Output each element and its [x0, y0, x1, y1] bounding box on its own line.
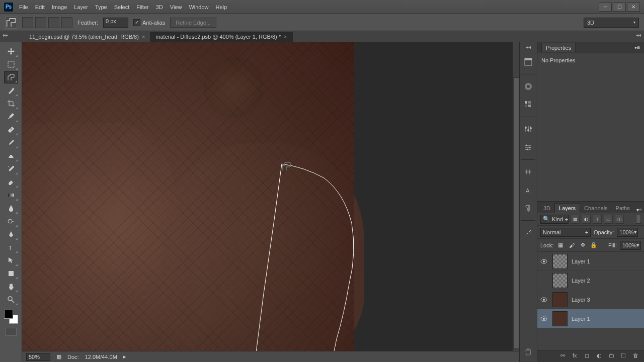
fill-field[interactable]: 100%▾	[620, 241, 641, 250]
filter-kind-select[interactable]: 🔍 Kind ÷	[540, 215, 569, 224]
panel-menu-icon[interactable]: ▾≡	[636, 207, 642, 213]
document-tab-1[interactable]: 11_begin.psd @ 73.5% (alien_head, RGB/8)…	[24, 32, 150, 42]
zoom-tool[interactable]	[4, 294, 18, 306]
visibility-toggle[interactable]	[539, 314, 548, 323]
layer-name[interactable]: Layer 2	[572, 278, 642, 284]
filter-shape-icon[interactable]: ▭	[604, 215, 613, 224]
menu-select[interactable]: Select	[114, 4, 130, 10]
lock-position-icon[interactable]: ✥	[579, 241, 587, 249]
eyedropper-tool[interactable]	[4, 111, 18, 123]
refine-edge-button[interactable]: Refine Edge...	[170, 18, 216, 28]
quick-mask-toggle[interactable]	[6, 328, 17, 336]
selection-new-button[interactable]	[22, 17, 33, 28]
minimize-button[interactable]: ─	[599, 3, 612, 12]
layer-row[interactable]: Layer 3	[537, 290, 644, 309]
menu-view[interactable]: View	[170, 4, 182, 10]
group-icon[interactable]: 🗀	[609, 352, 617, 360]
vertical-scrollbar[interactable]	[512, 42, 519, 351]
filter-pixel-icon[interactable]: ▦	[571, 215, 580, 224]
properties-tab[interactable]: Properties	[541, 43, 576, 52]
delete-layer-icon[interactable]: 🗑	[633, 352, 641, 360]
zoom-field[interactable]: 50%	[26, 353, 50, 361]
swatches-panel-icon[interactable]	[522, 99, 534, 111]
blur-tool[interactable]	[4, 202, 18, 214]
menu-filter[interactable]: Filter	[136, 4, 148, 10]
expand-right-icon[interactable]: ◂◂	[636, 32, 641, 38]
layer-name[interactable]: Layer 1	[572, 316, 642, 322]
panel-menu-icon[interactable]: ▾≡	[634, 45, 640, 50]
color-panel-icon[interactable]	[522, 80, 534, 93]
layer-name[interactable]: Layer 1	[572, 258, 642, 264]
character-panel-icon[interactable]: A	[522, 184, 534, 196]
tab-paths[interactable]: Paths	[612, 204, 634, 213]
expand-left-icon[interactable]: ▸▸	[3, 32, 8, 38]
clone-stamp-tool[interactable]	[4, 150, 18, 162]
link-layers-icon[interactable]: ⚯	[560, 352, 569, 360]
menu-layer[interactable]: Layer	[74, 4, 88, 10]
selection-intersect-button[interactable]	[61, 17, 72, 28]
dodge-tool[interactable]	[4, 215, 18, 227]
menu-help[interactable]: Help	[216, 4, 227, 10]
menu-edit[interactable]: Edit	[35, 4, 45, 10]
layer-name[interactable]: Layer 3	[572, 297, 642, 303]
layer-thumbnail[interactable]	[552, 254, 568, 269]
adjustment-layer-icon[interactable]: ◐	[597, 352, 605, 360]
shape-tool[interactable]	[4, 267, 18, 280]
move-tool[interactable]	[4, 45, 18, 57]
dock-panel-icon[interactable]	[522, 56, 534, 68]
tools-preset-icon[interactable]	[522, 227, 534, 239]
color-swatch[interactable]	[4, 310, 18, 324]
marquee-tool[interactable]	[4, 58, 18, 70]
layer-thumbnail[interactable]	[552, 273, 568, 288]
path-select-tool[interactable]	[4, 254, 18, 266]
feather-input[interactable]: 0 px	[103, 18, 128, 28]
magic-wand-tool[interactable]	[4, 84, 18, 97]
paragraph-panel-icon[interactable]	[522, 202, 534, 214]
visibility-toggle[interactable]	[539, 276, 548, 285]
filter-adjust-icon[interactable]: ◐	[582, 215, 591, 224]
brush-tool[interactable]	[4, 137, 18, 149]
hand-tool[interactable]	[4, 281, 18, 293]
antialias-checkbox[interactable]: ✓ Anti-alias	[133, 19, 165, 26]
tab-channels[interactable]: Channels	[580, 204, 611, 213]
layer-row[interactable]: Layer 2	[537, 271, 644, 290]
close-icon[interactable]: ×	[284, 34, 287, 40]
scrollbar-thumb[interactable]	[513, 77, 519, 349]
adjustments-panel-icon[interactable]	[522, 123, 534, 135]
layer-row[interactable]: Layer 1	[537, 309, 644, 328]
current-tool-icon[interactable]	[5, 17, 17, 29]
tab-3d[interactable]: 3D	[539, 204, 554, 213]
menu-3d[interactable]: 3D	[156, 4, 163, 10]
close-icon[interactable]: ×	[142, 34, 145, 40]
gradient-tool[interactable]	[4, 189, 18, 201]
menu-image[interactable]: Image	[52, 4, 67, 10]
lasso-tool[interactable]	[4, 71, 18, 83]
menu-type[interactable]: Type	[95, 4, 107, 10]
crop-tool[interactable]	[4, 98, 18, 110]
selection-subtract-button[interactable]	[48, 17, 59, 28]
selection-add-button[interactable]	[35, 17, 46, 28]
healing-tool[interactable]	[4, 124, 18, 136]
lock-pixels-icon[interactable]: 🖌	[568, 241, 576, 249]
layer-mask-icon[interactable]: ◻	[585, 352, 593, 360]
new-layer-icon[interactable]: ☐	[621, 352, 629, 360]
menu-file[interactable]: File	[19, 4, 28, 10]
foreground-color[interactable]	[4, 310, 13, 319]
trash-icon[interactable]	[522, 346, 534, 358]
styles-panel-icon[interactable]	[522, 141, 534, 153]
close-button[interactable]: ✕	[627, 3, 640, 12]
layer-thumbnail[interactable]	[552, 292, 568, 307]
filter-type-icon[interactable]: T	[593, 215, 602, 224]
layer-row[interactable]: Layer 1	[537, 252, 644, 271]
workspace-selector[interactable]: 3D	[584, 18, 639, 28]
info-arrow-icon[interactable]: ▸	[123, 353, 126, 360]
align-panel-icon[interactable]	[522, 166, 534, 178]
document-tab-2[interactable]: material - Diffuse2.psb @ 400% (Layer 1,…	[150, 32, 292, 42]
type-tool[interactable]: T	[4, 241, 18, 253]
eraser-tool[interactable]	[4, 176, 18, 188]
layer-style-icon[interactable]: fx	[573, 352, 581, 360]
blend-mode-select[interactable]: Normal÷	[540, 228, 591, 237]
filter-toggle[interactable]	[636, 215, 641, 224]
layer-thumbnail[interactable]	[552, 311, 568, 326]
visibility-toggle[interactable]	[539, 295, 548, 304]
